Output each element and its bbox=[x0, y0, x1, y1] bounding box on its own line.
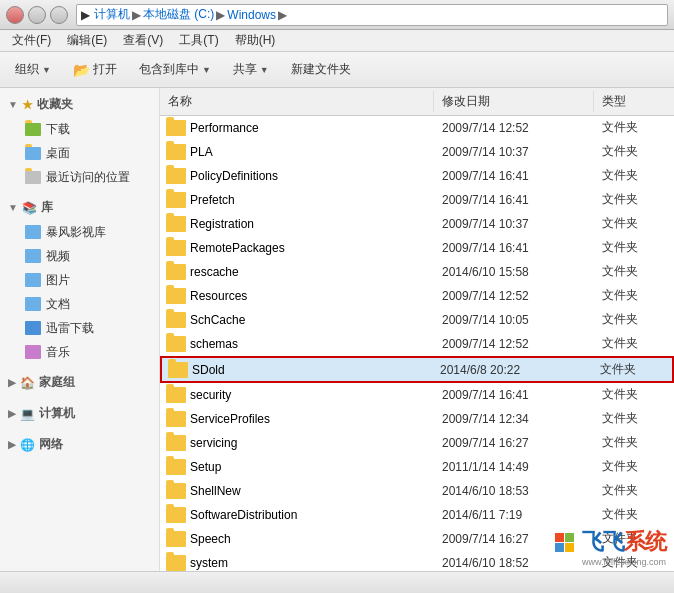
sidebar-item-videos[interactable]: 视频 bbox=[0, 244, 159, 268]
file-type: 文件夹 bbox=[594, 166, 674, 185]
file-name-cell: rescache bbox=[160, 263, 434, 281]
desktop-label: 桌面 bbox=[46, 145, 70, 162]
file-name: PLA bbox=[190, 145, 213, 159]
folder-icon bbox=[166, 312, 186, 328]
table-row[interactable]: PLA2009/7/14 10:37文件夹 bbox=[160, 140, 674, 164]
brand-label: 飞飞系统 bbox=[582, 527, 666, 557]
sidebar-item-music[interactable]: 音乐 bbox=[0, 340, 159, 364]
table-row[interactable]: Prefetch2009/7/14 16:41文件夹 bbox=[160, 188, 674, 212]
file-list: Performance2009/7/14 12:52文件夹PLA2009/7/1… bbox=[160, 116, 674, 571]
sidebar-item-desktop[interactable]: 桌面 bbox=[0, 141, 159, 165]
file-type: 文件夹 bbox=[594, 190, 674, 209]
table-row[interactable]: servicing2009/7/14 16:27文件夹 bbox=[160, 431, 674, 455]
col-header-date[interactable]: 修改日期 bbox=[434, 91, 594, 112]
file-name-cell: Setup bbox=[160, 458, 434, 476]
file-name: Prefetch bbox=[190, 193, 235, 207]
table-row[interactable]: SoftwareDistribution2014/6/11 7:19文件夹 bbox=[160, 503, 674, 527]
library-expand-icon: ▼ bbox=[8, 202, 18, 213]
computer-expand-icon: ▶ bbox=[8, 408, 16, 419]
table-row[interactable]: security2009/7/14 16:41文件夹 bbox=[160, 383, 674, 407]
menu-file[interactable]: 文件(F) bbox=[4, 30, 59, 51]
table-row[interactable]: Setup2011/1/14 14:49文件夹 bbox=[160, 455, 674, 479]
share-button[interactable]: 共享 ▼ bbox=[224, 56, 278, 83]
file-type: 文件夹 bbox=[594, 505, 674, 524]
documents-label: 文档 bbox=[46, 296, 70, 313]
library-section: ▼ 📚 库 暴风影视库 视频 图片 bbox=[0, 195, 159, 364]
network-header[interactable]: ▶ 🌐 网络 bbox=[0, 432, 159, 457]
close-button[interactable] bbox=[6, 6, 24, 24]
star-icon: ★ bbox=[22, 98, 33, 112]
homegroup-header[interactable]: ▶ 🏠 家庭组 bbox=[0, 370, 159, 395]
file-name: PolicyDefinitions bbox=[190, 169, 278, 183]
pictures-icon bbox=[24, 271, 42, 289]
network-icon: 🌐 bbox=[20, 438, 35, 452]
menu-view[interactable]: 查看(V) bbox=[115, 30, 171, 51]
table-row[interactable]: ServiceProfiles2009/7/14 12:34文件夹 bbox=[160, 407, 674, 431]
file-name: Performance bbox=[190, 121, 259, 135]
computer-label: 计算机 bbox=[39, 405, 75, 422]
open-button[interactable]: 📂 打开 bbox=[64, 56, 126, 83]
homegroup-section: ▶ 🏠 家庭组 bbox=[0, 370, 159, 395]
file-name-cell: SDold bbox=[162, 361, 432, 379]
minimize-button[interactable] bbox=[28, 6, 46, 24]
folder-icon bbox=[166, 555, 186, 571]
new-folder-button[interactable]: 新建文件夹 bbox=[282, 56, 360, 83]
folder-icon bbox=[166, 216, 186, 232]
file-type: 文件夹 bbox=[594, 142, 674, 161]
table-row[interactable]: ShellNew2014/6/10 18:53文件夹 bbox=[160, 479, 674, 503]
table-row[interactable]: Resources2009/7/14 12:52文件夹 bbox=[160, 284, 674, 308]
address-bar[interactable]: ▶ 计算机 ▶ 本地磁盘 (C:) ▶ Windows ▶ bbox=[76, 4, 668, 26]
maximize-button[interactable] bbox=[50, 6, 68, 24]
col-header-name[interactable]: 名称 bbox=[160, 91, 434, 112]
sidebar-item-documents[interactable]: 文档 bbox=[0, 292, 159, 316]
file-type: 文件夹 bbox=[594, 214, 674, 233]
file-type: 文件夹 bbox=[594, 118, 674, 137]
favorites-expand-icon: ▼ bbox=[8, 99, 18, 110]
address-drive[interactable]: 本地磁盘 (C:) bbox=[143, 6, 214, 23]
organize-button[interactable]: 组织 ▼ bbox=[6, 56, 60, 83]
file-name: SDold bbox=[192, 363, 225, 377]
address-computer-label[interactable]: 计算机 bbox=[94, 6, 130, 23]
file-name-cell: servicing bbox=[160, 434, 434, 452]
folder-icon bbox=[166, 168, 186, 184]
table-row[interactable]: SchCache2009/7/14 10:05文件夹 bbox=[160, 308, 674, 332]
table-row[interactable]: PolicyDefinitions2009/7/14 16:41文件夹 bbox=[160, 164, 674, 188]
window-controls bbox=[6, 6, 68, 24]
address-windows[interactable]: Windows bbox=[227, 8, 276, 22]
file-name: servicing bbox=[190, 436, 237, 450]
file-name: ServiceProfiles bbox=[190, 412, 270, 426]
file-type: 文件夹 bbox=[594, 238, 674, 257]
folder-icon bbox=[166, 144, 186, 160]
storm-icon bbox=[24, 223, 42, 241]
folder-icon bbox=[166, 192, 186, 208]
folder-icon bbox=[168, 362, 188, 378]
sidebar-item-storm-media[interactable]: 暴风影视库 bbox=[0, 220, 159, 244]
table-row[interactable]: schemas2009/7/14 12:52文件夹 bbox=[160, 332, 674, 356]
file-name-cell: RemotePackages bbox=[160, 239, 434, 257]
include-library-button[interactable]: 包含到库中 ▼ bbox=[130, 56, 220, 83]
homegroup-label: 家庭组 bbox=[39, 374, 75, 391]
sidebar-item-downloads[interactable]: 下载 bbox=[0, 117, 159, 141]
organize-label: 组织 bbox=[15, 61, 39, 78]
table-row[interactable]: SDold2014/6/8 20:22文件夹 bbox=[160, 356, 674, 383]
sidebar-item-pictures[interactable]: 图片 bbox=[0, 268, 159, 292]
table-row[interactable]: Performance2009/7/14 12:52文件夹 bbox=[160, 116, 674, 140]
file-name-cell: PLA bbox=[160, 143, 434, 161]
library-header[interactable]: ▼ 📚 库 bbox=[0, 195, 159, 220]
file-date: 2009/7/14 16:41 bbox=[434, 387, 594, 403]
table-row[interactable]: rescache2014/6/10 15:58文件夹 bbox=[160, 260, 674, 284]
menu-tools[interactable]: 工具(T) bbox=[171, 30, 226, 51]
table-row[interactable]: RemotePackages2009/7/14 16:41文件夹 bbox=[160, 236, 674, 260]
file-name: SchCache bbox=[190, 313, 245, 327]
file-type: 文件夹 bbox=[592, 360, 672, 379]
menu-edit[interactable]: 编辑(E) bbox=[59, 30, 115, 51]
sidebar-item-recent[interactable]: 最近访问的位置 bbox=[0, 165, 159, 189]
favorites-header[interactable]: ▼ ★ 收藏夹 bbox=[0, 92, 159, 117]
folder-icon bbox=[166, 411, 186, 427]
sidebar-item-thunder[interactable]: 迅雷下载 bbox=[0, 316, 159, 340]
file-name-cell: SoftwareDistribution bbox=[160, 506, 434, 524]
menu-help[interactable]: 帮助(H) bbox=[227, 30, 284, 51]
col-header-type[interactable]: 类型 bbox=[594, 91, 674, 112]
computer-header[interactable]: ▶ 💻 计算机 bbox=[0, 401, 159, 426]
table-row[interactable]: Registration2009/7/14 10:37文件夹 bbox=[160, 212, 674, 236]
